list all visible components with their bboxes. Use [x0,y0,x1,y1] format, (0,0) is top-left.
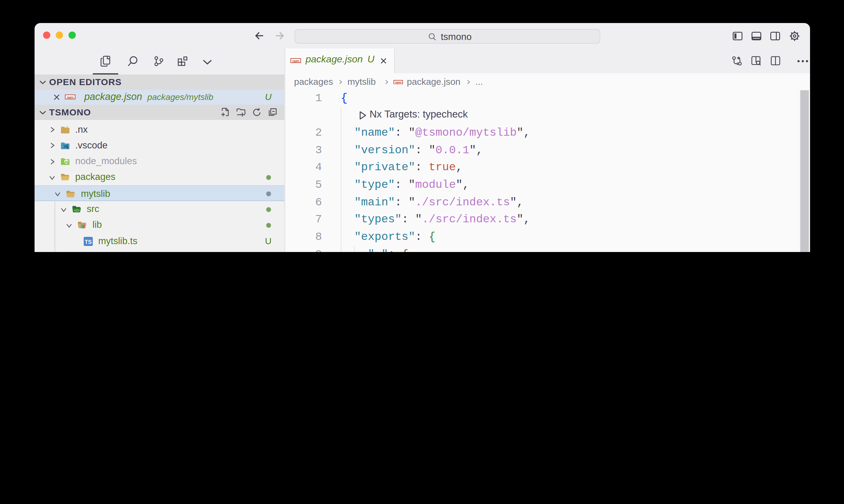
svg-text:npm: npm [395,80,401,84]
svg-text:</>: </> [74,208,80,213]
svg-text:npm: npm [67,95,74,99]
svg-text:npm: npm [292,59,299,63]
svg-text:TS: TS [84,239,91,245]
svg-text:JS: JS [64,160,68,164]
